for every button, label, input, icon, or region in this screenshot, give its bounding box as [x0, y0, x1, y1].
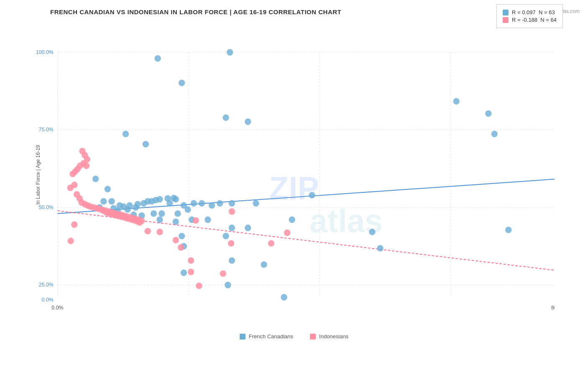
svg-point-117 [188, 257, 194, 264]
svg-text:ZIP: ZIP [269, 170, 319, 206]
svg-point-80 [144, 198, 151, 205]
svg-point-77 [135, 201, 141, 207]
svg-point-43 [191, 200, 197, 207]
svg-point-78 [166, 200, 173, 207]
svg-point-53 [229, 200, 235, 207]
svg-point-60 [181, 270, 187, 276]
svg-point-67 [453, 98, 460, 105]
legend-blue-square [503, 10, 509, 15]
svg-text:100.0%: 100.0% [36, 49, 54, 55]
svg-point-83 [222, 233, 229, 240]
svg-point-23 [123, 131, 129, 138]
svg-point-61 [229, 257, 235, 264]
chart-area: In Labor Force | Age 16-19 100.0% 75.0% … [33, 20, 555, 330]
legend-fc-square [240, 334, 245, 340]
legend-row-blue: R = 0.097 N = 63 [503, 9, 557, 15]
svg-point-56 [309, 192, 315, 199]
svg-point-69 [491, 131, 498, 138]
scatter-plot: 100.0% 75.0% 50.0% 25.0% 0.0% 0.0% 80.0%… [33, 20, 555, 330]
svg-point-85 [71, 182, 77, 189]
svg-point-45 [209, 202, 215, 209]
svg-point-75 [120, 203, 127, 210]
svg-point-24 [143, 141, 149, 148]
svg-point-81 [153, 197, 159, 204]
svg-point-70 [505, 227, 511, 233]
svg-point-26 [105, 186, 111, 192]
svg-point-39 [151, 210, 157, 217]
svg-point-121 [268, 240, 274, 247]
chart-title: FRENCH CANADIAN VS INDONESIAN IN LABOR F… [50, 8, 555, 15]
y-axis-label: In Labor Force | Age 16-19 [35, 145, 41, 205]
chart-container: FRENCH CANADIAN VS INDONESIAN IN LABOR F… [0, 0, 588, 373]
svg-text:50.0%: 50.0% [39, 204, 54, 210]
svg-point-131 [71, 221, 77, 228]
svg-point-51 [222, 115, 229, 121]
svg-point-48 [173, 218, 179, 225]
svg-point-52 [245, 118, 251, 125]
svg-point-76 [126, 202, 133, 209]
svg-text:25.0%: 25.0% [39, 282, 54, 288]
svg-point-58 [245, 225, 251, 231]
svg-point-119 [196, 283, 202, 289]
svg-point-122 [284, 230, 290, 236]
svg-text:75.0%: 75.0% [39, 127, 54, 133]
svg-point-116 [178, 244, 184, 251]
svg-point-63 [225, 282, 231, 289]
svg-text:0.0%: 0.0% [51, 305, 63, 311]
svg-point-118 [188, 269, 194, 276]
svg-text:0.0%: 0.0% [42, 297, 54, 303]
svg-point-41 [174, 210, 181, 217]
svg-point-22 [179, 80, 185, 87]
svg-point-114 [193, 217, 199, 224]
legend-id-square [310, 334, 316, 340]
svg-point-66 [377, 245, 383, 252]
legend-fc-label: French Canadians [249, 333, 293, 340]
svg-point-115 [229, 208, 235, 215]
svg-point-64 [281, 294, 287, 301]
svg-point-79 [171, 195, 177, 202]
svg-point-42 [184, 206, 191, 213]
bottom-legend: French Canadians Indonesians [33, 333, 555, 340]
legend-french-canadians: French Canadians [240, 333, 293, 340]
svg-point-126 [77, 163, 83, 169]
svg-point-132 [220, 270, 226, 277]
legend-indonesians: Indonesians [310, 333, 348, 340]
svg-point-65 [369, 229, 375, 235]
svg-point-44 [199, 200, 205, 207]
svg-point-130 [67, 238, 74, 244]
svg-point-46 [217, 200, 223, 207]
svg-point-111 [144, 228, 151, 235]
legend-id-label: Indonesians [319, 333, 348, 340]
svg-text:80.0%: 80.0% [551, 305, 555, 311]
svg-point-47 [156, 217, 163, 223]
legend-blue-r: R = 0.097 [512, 9, 536, 15]
svg-point-57 [229, 225, 235, 231]
svg-point-120 [228, 240, 234, 247]
svg-point-129 [84, 156, 90, 163]
svg-point-113 [173, 237, 179, 243]
svg-point-145 [136, 219, 143, 226]
svg-point-50 [205, 217, 211, 223]
svg-point-82 [179, 233, 185, 240]
svg-point-27 [108, 198, 115, 205]
svg-point-62 [261, 261, 267, 268]
svg-point-25 [92, 176, 99, 182]
svg-point-71 [100, 198, 107, 205]
svg-point-40 [159, 210, 165, 217]
svg-point-110 [83, 163, 89, 169]
svg-point-68 [485, 110, 491, 117]
svg-point-54 [253, 200, 259, 207]
svg-point-21 [227, 49, 233, 56]
svg-point-112 [156, 229, 163, 235]
svg-point-20 [154, 55, 161, 62]
legend-blue-n: N = 63 [539, 9, 555, 15]
svg-point-55 [289, 217, 295, 223]
